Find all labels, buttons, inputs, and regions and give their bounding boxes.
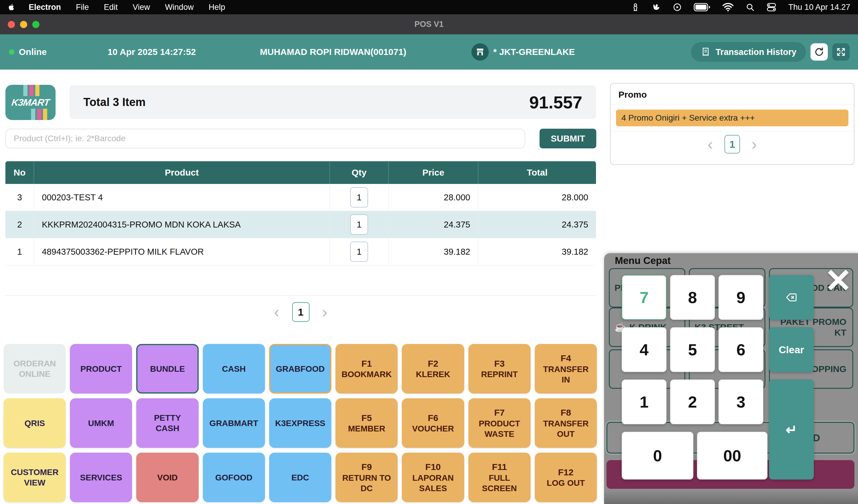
k3mart-logo: K3MART xyxy=(5,85,55,120)
menu-edit[interactable]: Edit xyxy=(104,3,118,12)
zoom-window-button[interactable] xyxy=(32,21,39,28)
numpad: Clear ↵ 789456123000 xyxy=(622,275,814,481)
wifi-icon[interactable] xyxy=(722,3,734,12)
promo-prev-page-button[interactable]: ‹ xyxy=(706,136,715,152)
quick-button-services[interactable]: SERVICES xyxy=(70,453,132,502)
quick-button-f12-log-out[interactable]: F12LOG OUT xyxy=(535,453,597,502)
cashier-label: MUHAMAD ROPI RIDWAN(001071) xyxy=(260,47,406,57)
menu-window[interactable]: Window xyxy=(165,3,194,12)
quick-button-f8-transfer-out[interactable]: F8TRANSFER OUT xyxy=(535,398,597,448)
quick-button-f2-klerek[interactable]: F2KLEREK xyxy=(402,344,464,393)
menu-electron[interactable]: Electron xyxy=(29,3,61,12)
numpad-key-0[interactable]: 0 xyxy=(622,432,694,479)
numpad-key-1[interactable]: 1 xyxy=(622,379,667,424)
numpad-key-00[interactable]: 00 xyxy=(697,432,767,479)
quick-button-f6-voucher[interactable]: F6VOUCHER xyxy=(402,398,464,448)
quick-button-grabfood[interactable]: GRABFOOD xyxy=(269,344,331,393)
quick-button-customer-view[interactable]: CUSTOMER VIEW xyxy=(4,453,66,502)
close-window-button[interactable] xyxy=(8,21,15,28)
product-search-input[interactable] xyxy=(5,129,525,148)
next-page-button[interactable]: › xyxy=(320,304,330,320)
quick-button-f7-product-waste[interactable]: F7PRODUCT WASTE xyxy=(468,398,530,448)
refresh-button[interactable] xyxy=(810,43,828,61)
numpad-key-4[interactable]: 4 xyxy=(622,327,667,372)
quick-button-f4-transfer-in[interactable]: F4TRANSFER IN xyxy=(535,344,597,393)
apple-menu-icon[interactable] xyxy=(8,3,16,12)
submit-button[interactable]: SUBMIT xyxy=(540,129,596,148)
control-center-icon[interactable] xyxy=(767,3,776,12)
numpad-key-9[interactable]: 9 xyxy=(718,275,763,320)
price-cell: 24.375 xyxy=(388,211,478,238)
price-cell: 28.000 xyxy=(388,184,478,211)
store-selector[interactable]: * JKT-GREENLAKE xyxy=(472,34,575,69)
fullscreen-button[interactable] xyxy=(832,43,849,61)
qty-input[interactable] xyxy=(350,242,368,262)
total-summary-bar: Total 3 Item 91.557 xyxy=(69,85,596,119)
qty-input[interactable] xyxy=(350,187,368,208)
search-icon[interactable] xyxy=(746,3,754,12)
fkey-label: F8 xyxy=(560,407,571,418)
quick-button-f5-member[interactable]: F5MEMBER xyxy=(335,398,398,448)
quick-button-f9-return-to-dc[interactable]: F9RETURN TO DC xyxy=(335,453,398,502)
numpad-backspace-key[interactable] xyxy=(769,275,814,320)
current-page-indicator[interactable]: 1 xyxy=(292,302,309,322)
table-row[interactable]: 3000203-TEST 428.00028.000 xyxy=(5,184,596,211)
transaction-history-label: Transaction History xyxy=(715,47,796,57)
quick-button-f1-bookmark[interactable]: F1BOOKMARK xyxy=(335,344,398,393)
quick-button-f3-reprint[interactable]: F3REPRINT xyxy=(468,344,530,393)
numpad-enter-key[interactable]: ↵ xyxy=(769,379,814,479)
quick-button-grabmart[interactable]: GRABMART xyxy=(203,398,265,448)
numpad-key-6[interactable]: 6 xyxy=(718,327,763,372)
promo-next-page-button[interactable]: › xyxy=(749,136,759,152)
window-title: POS V1 xyxy=(414,20,444,29)
quick-button-umkm[interactable]: UMKM xyxy=(70,398,132,448)
quick-button-f11-full-screen[interactable]: F11FULL SCREEN xyxy=(468,453,530,502)
fkey-label: F12 xyxy=(558,467,574,478)
menu-file[interactable]: File xyxy=(76,3,89,12)
person-icon[interactable] xyxy=(631,3,640,12)
fkey-label: F10 xyxy=(425,461,441,473)
numpad-key-7[interactable]: 7 xyxy=(622,275,667,320)
fkey-label: F7 xyxy=(494,407,505,418)
numpad-key-2[interactable]: 2 xyxy=(670,379,715,424)
quick-button-k3express[interactable]: K3EXPRESS xyxy=(269,398,331,448)
product-cell: 4894375003362-PEPPITO MILK FLAVOR xyxy=(34,238,330,265)
numpad-key-8[interactable]: 8 xyxy=(670,275,715,320)
button-label: GRABMART xyxy=(209,418,258,428)
button-label: RETURN TO DC xyxy=(341,473,392,493)
menu-help[interactable]: Help xyxy=(208,3,225,12)
battery-icon[interactable] xyxy=(694,3,711,12)
quick-button-bundle[interactable]: BUNDLE xyxy=(136,344,198,393)
quick-button-petty-cash[interactable]: PETTY CASH xyxy=(136,398,198,448)
quick-button-f10-laporan-sales[interactable]: F10LAPORAN SALES xyxy=(402,453,464,502)
menubar-clock[interactable]: Thu 10 Apr 14.27 xyxy=(789,3,850,12)
gesture-icon[interactable] xyxy=(652,3,661,12)
close-numpad-button[interactable]: ✕ xyxy=(823,264,854,297)
table-row[interactable]: 2KKKPRM2024004315-PROMO MDN KOKA LAKSA24… xyxy=(5,211,596,238)
cart-table: No Product Qty Price Total 3000203-TEST … xyxy=(5,161,596,296)
quick-button-gofood[interactable]: GOFOOD xyxy=(203,453,265,502)
play-circle-icon[interactable] xyxy=(673,3,682,12)
fkey-label: F3 xyxy=(494,358,505,369)
promo-item[interactable]: 4 Promo Onigiri + Service extra +++ xyxy=(616,110,848,126)
qty-input[interactable] xyxy=(350,214,368,235)
online-dot-icon xyxy=(9,49,14,55)
promo-current-page[interactable]: 1 xyxy=(725,135,740,153)
numpad-key-5[interactable]: 5 xyxy=(670,327,715,372)
prev-page-button[interactable]: ‹ xyxy=(272,304,282,320)
table-row[interactable]: 14894375003362-PEPPITO MILK FLAVOR39.182… xyxy=(5,238,596,265)
quick-button-cash[interactable]: CASH xyxy=(203,344,265,393)
quick-button-edc[interactable]: EDC xyxy=(269,453,331,502)
quick-button-void[interactable]: VOID xyxy=(136,453,198,502)
logo-stripes xyxy=(23,85,39,96)
transaction-history-button[interactable]: Transaction History xyxy=(691,42,806,62)
quick-button-qris[interactable]: QRIS xyxy=(4,398,66,448)
quick-button-product[interactable]: PRODUCT xyxy=(70,344,132,393)
quick-button-orderan-online[interactable]: ORDERAN ONLINE xyxy=(4,344,66,393)
backspace-icon xyxy=(784,291,799,303)
menu-view[interactable]: View xyxy=(133,3,150,12)
minimize-window-button[interactable] xyxy=(20,21,27,28)
numpad-key-3[interactable]: 3 xyxy=(718,379,763,424)
header-actions: Transaction History xyxy=(691,34,849,69)
numpad-clear-key[interactable]: Clear xyxy=(769,327,814,372)
